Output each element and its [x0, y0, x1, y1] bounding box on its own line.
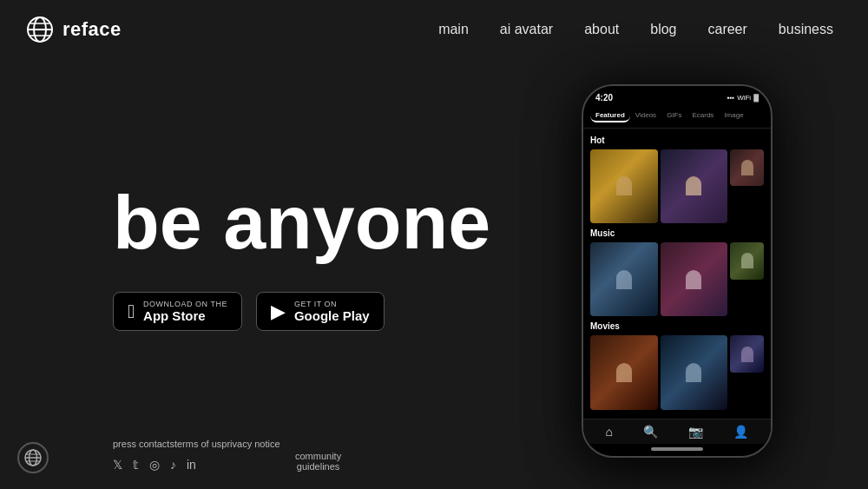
social-t-icon[interactable]: 𝕥: [133, 458, 139, 472]
app-store-name: App Store: [143, 308, 227, 323]
nav-item-ai-avatar[interactable]: ai avatar: [500, 22, 553, 37]
community-line2: guidelines: [297, 461, 340, 472]
logo-text: reface: [62, 18, 122, 41]
store-buttons:  Download on the App Store ▶ GET IT ON …: [113, 292, 385, 331]
nav-item-main[interactable]: main: [438, 22, 469, 37]
tab-featured[interactable]: Featured: [590, 109, 630, 122]
google-play-text: GET IT ON Google Play: [294, 300, 370, 323]
movies-image-2[interactable]: [661, 335, 728, 409]
community-guidelines-link[interactable]: community guidelines: [295, 451, 341, 472]
section-movies-label: Movies: [590, 321, 764, 331]
music-image-grid: [590, 242, 764, 316]
phone-nav-profile-icon[interactable]: 👤: [733, 425, 748, 439]
tab-ecards[interactable]: Ecards: [687, 109, 719, 122]
google-play-name: Google Play: [294, 308, 370, 323]
nav-item-about[interactable]: about: [584, 22, 619, 37]
google-play-button[interactable]: ▶ GET IT ON Google Play: [256, 292, 385, 331]
phone-screen: 4:20 ▪▪▪ WiFi ▓ Featured Videos GIFs Eca…: [583, 86, 771, 456]
phone-nav-camera-icon[interactable]: 📷: [688, 425, 703, 439]
phone-mockup: 4:20 ▪▪▪ WiFi ▓ Featured Videos GIFs Eca…: [582, 84, 773, 458]
status-icons: ▪▪▪ WiFi ▓: [727, 94, 759, 102]
tab-images[interactable]: Image: [719, 109, 748, 122]
nav-item-business[interactable]: business: [779, 22, 833, 37]
community-line1: community: [295, 451, 341, 461]
tab-videos[interactable]: Videos: [630, 109, 661, 122]
globe-svg: [23, 448, 43, 467]
header: reface main ai avatar about blog career …: [0, 0, 868, 59]
music-image-1[interactable]: [590, 242, 658, 316]
hot-face-2: [661, 149, 728, 223]
social-instagram-icon[interactable]: ◎: [149, 458, 160, 472]
signal-icon: ▪▪▪: [727, 94, 735, 102]
silhouette-2: [686, 176, 701, 195]
music-image-2[interactable]: [661, 242, 728, 316]
social-linkedin-icon[interactable]: in: [187, 458, 196, 472]
music-face-3: [730, 242, 764, 280]
movies-face-2: [661, 335, 728, 409]
hot-face-1: [590, 149, 658, 223]
google-play-icon: ▶: [271, 302, 286, 321]
status-bar: 4:20 ▪▪▪ WiFi ▓: [583, 86, 771, 106]
hero-headline: be anyone: [113, 184, 490, 261]
left-section: be anyone  Download on the App Store ▶ …: [0, 158, 503, 331]
phone-bottom-nav[interactable]: ⌂ 🔍 📷 👤: [583, 419, 771, 444]
main-nav: main ai avatar about blog career busines…: [438, 22, 833, 37]
main-content: be anyone  Download on the App Store ▶ …: [0, 0, 868, 489]
footer-press-contacts[interactable]: press contacts: [113, 439, 174, 449]
bottom-globe-icon[interactable]: [17, 442, 49, 473]
app-store-button[interactable]:  Download on the App Store: [113, 292, 242, 331]
hot-image-3[interactable]: [730, 149, 764, 187]
google-play-label: GET IT ON: [294, 300, 370, 308]
footer-privacy[interactable]: privacy notice: [221, 439, 279, 449]
section-hot-label: Hot: [590, 135, 764, 145]
globe-icon-wrapper[interactable]: [17, 442, 49, 473]
footer: press contacts terms of us privacy notic…: [113, 439, 280, 472]
music-image-3[interactable]: [730, 242, 764, 280]
footer-terms[interactable]: terms of us: [174, 439, 221, 449]
social-tiktok-icon[interactable]: ♪: [170, 458, 176, 472]
app-store-label: Download on the: [143, 300, 227, 308]
silhouette-1: [616, 176, 632, 195]
hot-face-3: [730, 149, 764, 187]
movies-face-3: [730, 335, 764, 373]
movies-image-grid: [590, 335, 764, 409]
phone-nav-search-icon[interactable]: 🔍: [643, 425, 658, 439]
status-time: 4:20: [595, 93, 613, 102]
silhouette-3: [741, 160, 753, 175]
footer-community: community guidelines: [295, 451, 341, 472]
phone-content: Hot: [583, 129, 771, 419]
section-music-label: Music: [590, 228, 764, 238]
wifi-icon: WiFi: [737, 94, 751, 102]
movies-image-3[interactable]: [730, 335, 764, 373]
phone-home-indicator: [651, 447, 703, 451]
hot-image-1[interactable]: [590, 149, 658, 223]
battery-icon: ▓: [753, 94, 759, 102]
apple-icon: : [128, 302, 135, 321]
app-store-text: Download on the App Store: [143, 300, 227, 323]
tab-gifs[interactable]: GIFs: [661, 109, 687, 122]
right-section: 4:20 ▪▪▪ WiFi ▓ Featured Videos GIFs Eca…: [503, 32, 868, 458]
footer-social: 𝕏 𝕥 ◎ ♪ in: [113, 458, 280, 472]
movies-image-1[interactable]: [590, 335, 658, 409]
music-face-2: [661, 242, 728, 316]
phone-tab-bar[interactable]: Featured Videos GIFs Ecards Image: [583, 106, 771, 129]
phone-nav-home-icon[interactable]: ⌂: [606, 425, 613, 439]
logo-area: reface: [26, 16, 122, 43]
hot-image-2[interactable]: [661, 149, 728, 223]
hot-image-grid: [590, 149, 764, 223]
nav-item-blog[interactable]: blog: [650, 22, 676, 37]
globe-logo-icon: [26, 16, 54, 43]
social-twitter-icon[interactable]: 𝕏: [113, 458, 122, 472]
footer-links: press contacts terms of us privacy notic…: [113, 439, 280, 449]
music-face-1: [590, 242, 658, 316]
nav-item-career[interactable]: career: [707, 22, 746, 37]
movies-face-1: [590, 335, 658, 409]
